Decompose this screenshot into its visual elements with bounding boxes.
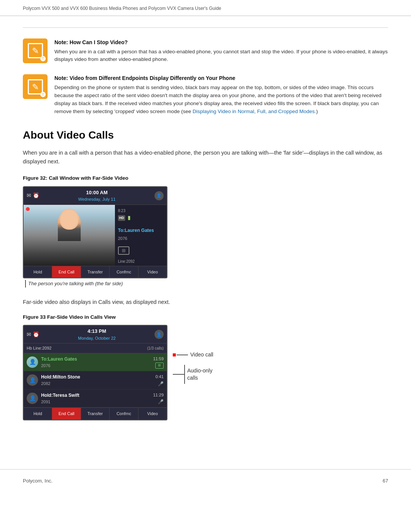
call-video-icon-1: ⊞ (155, 363, 164, 369)
phone-32-video-icon: ⊞ (118, 246, 129, 255)
battery-icon: 🔋 (127, 215, 131, 221)
call-avatar-2: 👤 (27, 374, 38, 386)
footer-company: Polycom, Inc. (23, 477, 53, 485)
call-mic-icon-3: 🎤 (158, 399, 164, 405)
phone-32-time: 10:00 AM (39, 189, 155, 197)
note-block-2: ! Note: Video from Different Endpoints D… (23, 74, 388, 116)
phone-32-video-area: 8:23 HD 🔋 To:Lauren Gates 2076 ⊞ Line:20… (24, 205, 167, 266)
phone-33-avatar: 👤 (155, 330, 164, 339)
phone-32-time-block: 10:00 AM Wednesday, July 11 (39, 189, 155, 203)
phone-33-calls-count: (1/3 calls) (147, 345, 164, 351)
phone-32-btn-video[interactable]: Video (139, 266, 167, 278)
phone-32-btn-endcall[interactable]: End Call (52, 266, 81, 278)
phone-32-btn-transfer[interactable]: Transfer (81, 266, 110, 278)
call-time-3: 11:29 (153, 392, 164, 398)
phone-32-btn-confrnc[interactable]: Confrnc (110, 266, 138, 278)
figure-32-container: Figure 32: Call Window with Far-Side Vid… (23, 174, 388, 288)
phone-33-calls-content: Hb Line:2092 (1/3 calls) 👤 To:Lauren Gat… (24, 343, 167, 407)
phone-33-line: Hb Line:2092 (27, 345, 51, 351)
phone-32-video-main (24, 205, 115, 266)
header-text: Polycom VVX 500 and VVX 600 Business Med… (23, 6, 221, 11)
note-icon-exclaim-1: ! (40, 56, 46, 61)
call-item-2: 👤 Hold:Milton Stone 2082 0:41 🎤 (24, 371, 167, 390)
phone-32-bottom-bar: Hold End Call Transfer Confrnc Video (24, 266, 167, 278)
annotation-line-v (25, 280, 26, 288)
mail-icon-33: ✉ (27, 331, 31, 339)
call-name-2: Hold:Milton Stone (41, 374, 155, 380)
phone-32-contact-num: 2076 (118, 235, 164, 242)
call-info-1: To:Lauren Gates 2076 (41, 356, 153, 369)
section-intro: When you are in a call with a person tha… (23, 149, 388, 166)
ann-bracket-h (173, 374, 184, 375)
phone-33-btn-hold[interactable]: Hold (24, 408, 52, 420)
phone-33-btn-confrnc[interactable]: Confrnc (110, 408, 138, 420)
note-title-2: Note: Video from Different Endpoints Dis… (54, 74, 388, 82)
note-link-2[interactable]: Displaying Video in Normal, Full, and Cr… (193, 109, 316, 114)
figure-33-wrapper: ✉ ⏰ 4:13 PM Monday, October 22 👤 Hb Line… (23, 325, 388, 420)
phone-32-timer: 8:23 (118, 208, 164, 214)
phone-32-line-info: Line:2092 (118, 259, 164, 264)
phone-33-bottom-bar: Hold End Call Transfer Confrnc Video (24, 407, 167, 420)
call-right-2: 0:41 🎤 (155, 374, 164, 387)
note-icon-2: ! (23, 74, 48, 99)
main-content: ! Note: How Can I Stop Video? When you a… (0, 16, 411, 454)
note-text-1: Note: How Can I Stop Video? When you are… (54, 38, 388, 64)
call-time-1: 11:59 (153, 356, 164, 362)
note-body-1: When you are in a call with a person tha… (54, 48, 388, 64)
top-divider (23, 27, 388, 28)
mail-icon: ✉ (27, 192, 31, 200)
figure-33-annotations: Video call Audio-onlycalls (173, 340, 213, 384)
ann-line (177, 355, 188, 355)
call-item-1: 👤 To:Lauren Gates 2076 11:59 ⊞ (24, 353, 167, 372)
figure-32-annotation-text: The person you're talking with (the far … (28, 280, 123, 288)
phone-32-topbar: ✉ ⏰ 10:00 AM Wednesday, July 11 👤 (24, 187, 167, 205)
call-number-1: 2076 (41, 363, 153, 369)
note-body-suffix-2: ) (316, 109, 318, 114)
section-heading: About Video Calls (23, 127, 388, 143)
phone-32-date: Wednesday, July 11 (39, 196, 155, 203)
call-avatar-3: 👤 (27, 393, 38, 404)
phone-32-btn-hold[interactable]: Hold (24, 266, 52, 278)
phone-33-icons: ✉ ⏰ (27, 331, 39, 339)
phone-32-avatar: 👤 (155, 191, 164, 200)
figure-transition-text: Far-side video also displays in Calls vi… (23, 298, 388, 307)
phone-32-hd: HD 🔋 (118, 215, 164, 221)
call-avatar-1: 👤 (27, 356, 38, 368)
call-name-3: Hold:Teresa Swift (41, 392, 153, 399)
call-right-3: 11:29 🎤 (153, 392, 164, 405)
note-icon-1: ! (23, 38, 48, 63)
phone-33-date: Monday, October 22 (39, 335, 155, 342)
call-number-2: 2082 (41, 380, 155, 387)
ann-bracket-v-group (184, 365, 185, 384)
call-right-1: 11:59 ⊞ (153, 356, 164, 369)
figure-33-label: Figure 33 Far-Side Video in Calls View (23, 313, 388, 321)
call-info-2: Hold:Milton Stone 2082 (41, 374, 155, 387)
ann-video-text: Video call (190, 351, 213, 359)
ann-audio-group: Audio-onlycalls (173, 365, 213, 384)
ann-bracket-line (173, 374, 184, 375)
phone-33-btn-transfer[interactable]: Transfer (81, 408, 110, 420)
phone-33-calls-header: Hb Line:2092 (1/3 calls) (24, 343, 167, 353)
figure-32-label: Figure 32: Call Window with Far-Side Vid… (23, 174, 388, 182)
page-header: Polycom VVX 500 and VVX 600 Business Med… (0, 0, 411, 16)
call-name-1: To:Lauren Gates (41, 356, 153, 363)
phone-33-btn-video[interactable]: Video (139, 408, 167, 420)
call-number-3: 2091 (41, 399, 153, 405)
call-info-3: Hold:Teresa Swift 2091 (41, 392, 153, 405)
ann-bracket-v (184, 365, 185, 384)
note-icon-pencil-2 (28, 79, 43, 94)
hd-badge: HD (118, 215, 125, 221)
figure-33-container: Figure 33 Far-Side Video in Calls View ✉… (23, 313, 388, 420)
figure-32-phone: ✉ ⏰ 10:00 AM Wednesday, July 11 👤 (23, 186, 167, 279)
clock-icon: ⏰ (33, 192, 39, 200)
note-block-1: ! Note: How Can I Stop Video? When you a… (23, 38, 388, 64)
figure-32-phone-wrapper: ✉ ⏰ 10:00 AM Wednesday, July 11 👤 (23, 186, 167, 288)
note-icon-pencil-1 (28, 43, 43, 58)
call-time-2: 0:41 (156, 374, 164, 380)
figure-32-wrapper: ✉ ⏰ 10:00 AM Wednesday, July 11 👤 (23, 186, 388, 288)
note-body-2: Depending on the phone or system that is… (54, 84, 388, 116)
phone-32-video-person (24, 205, 115, 266)
figure-32-annotation: The person you're talking with (the far … (25, 280, 123, 288)
phone-33-btn-endcall[interactable]: End Call (52, 408, 81, 420)
call-item-3: 👤 Hold:Teresa Swift 2091 11:29 🎤 (24, 390, 167, 408)
